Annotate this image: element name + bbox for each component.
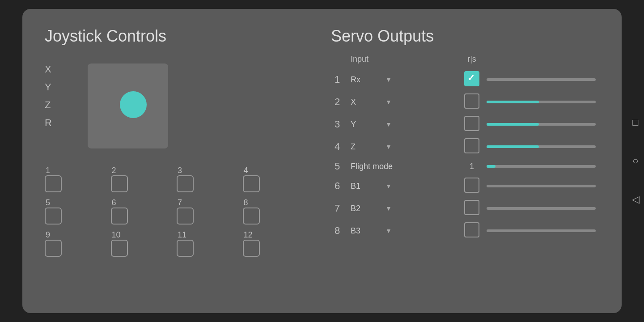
servo-input-cell-7: B2 ▼	[347, 197, 461, 220]
servo-input-cell-5: Flight mode	[347, 158, 461, 175]
button-number-5: 5	[46, 199, 50, 207]
axis-label-x: X	[45, 64, 57, 75]
servo-fill-3	[487, 123, 539, 126]
button-checkbox-9[interactable]	[45, 240, 62, 257]
dropdown-arrow-8: ▼	[386, 227, 392, 234]
servo-checkbox-2[interactable]	[464, 93, 479, 109]
servo-row-2: 2 X ▼	[331, 91, 599, 113]
servo-input-cell-8: B3 ▼	[347, 220, 461, 242]
rls-cell-2	[461, 91, 483, 113]
flight-mode-value-5: 1	[470, 162, 474, 171]
joystick-dot	[120, 91, 147, 118]
button-number-11: 11	[178, 231, 186, 239]
slider-cell-8[interactable]	[483, 220, 599, 242]
servo-fill-2	[487, 101, 539, 103]
joystick-pad[interactable]	[88, 64, 168, 148]
dropdown-arrow-2: ▼	[386, 98, 392, 106]
servo-row-num-3: 3	[331, 113, 347, 136]
axis-row-z: Z	[45, 99, 65, 111]
nav-circle-icon[interactable]: ○	[632, 155, 638, 167]
axis-row-x: X	[45, 64, 65, 75]
rls-cell-3	[461, 113, 483, 136]
servo-row-num-7: 7	[331, 197, 347, 220]
input-label-2: X	[351, 97, 382, 107]
servo-row-num-5: 5	[331, 158, 347, 175]
button-cell-10: 10	[111, 231, 173, 257]
left-panel: Joystick Controls X Y Z R 1	[45, 27, 304, 295]
flight-mode-label: Flight mode	[351, 162, 393, 171]
button-checkbox-6[interactable]	[111, 208, 128, 225]
servo-track-6[interactable]	[487, 185, 596, 187]
servo-row-3: 3 Y ▼	[331, 113, 599, 136]
servo-checkbox-3[interactable]	[464, 116, 479, 131]
servo-checkbox-7[interactable]	[464, 200, 479, 215]
input-dropdown-6[interactable]: B1 ▼	[351, 182, 409, 191]
servo-track-4[interactable]	[487, 145, 596, 148]
button-checkbox-3[interactable]	[177, 175, 194, 192]
button-number-3: 3	[178, 166, 182, 174]
slider-cell-7[interactable]	[483, 197, 599, 220]
servo-track-7[interactable]	[487, 207, 596, 210]
input-label-3: Y	[351, 120, 382, 129]
servo-track-5[interactable]	[487, 165, 596, 168]
input-dropdown-2[interactable]: X ▼	[351, 97, 409, 107]
button-checkbox-11[interactable]	[177, 240, 194, 257]
servo-checkbox-6[interactable]	[464, 178, 479, 193]
right-panel: Servo Outputs Input r|s 1 Rx ▼ 2	[331, 27, 599, 295]
servo-checkbox-8[interactable]	[464, 222, 479, 237]
button-checkbox-8[interactable]	[243, 208, 260, 225]
button-number-1: 1	[46, 166, 50, 174]
servo-checkbox-4[interactable]	[464, 138, 479, 153]
dropdown-arrow-6: ▼	[386, 182, 392, 190]
dropdown-arrow-1: ▼	[386, 76, 392, 83]
button-cell-5: 5	[45, 199, 106, 225]
slider-cell-6[interactable]	[483, 175, 599, 197]
slider-cell-1[interactable]	[483, 68, 599, 91]
servo-track-1[interactable]	[487, 78, 596, 81]
rls-cell-7	[461, 197, 483, 220]
input-dropdown-4[interactable]: Z ▼	[351, 142, 409, 152]
dropdown-arrow-7: ▼	[386, 205, 392, 212]
button-number-10: 10	[112, 231, 121, 239]
servo-input-cell-6: B1 ▼	[347, 175, 461, 197]
slider-cell-3[interactable]	[483, 113, 599, 136]
button-checkbox-7[interactable]	[177, 208, 194, 225]
joystick-title: Joystick Controls	[45, 27, 304, 46]
button-checkbox-12[interactable]	[243, 240, 260, 257]
input-dropdown-3[interactable]: Y ▼	[351, 120, 409, 129]
screen-wrapper: Joystick Controls X Y Z R 1	[0, 0, 644, 322]
servo-input-cell-3: Y ▼	[347, 113, 461, 136]
slider-cell-2[interactable]	[483, 91, 599, 113]
servo-track-2[interactable]	[487, 101, 596, 103]
rls-cell-8	[461, 220, 483, 242]
servo-track-3[interactable]	[487, 123, 596, 126]
axis-row-y: Y	[45, 81, 65, 93]
servo-checkbox-1[interactable]	[464, 71, 479, 86]
button-checkbox-1[interactable]	[45, 175, 62, 192]
button-checkbox-10[interactable]	[111, 240, 128, 257]
servo-track-8[interactable]	[487, 229, 596, 232]
servo-row-5: 5Flight mode1	[331, 158, 599, 175]
servo-input-cell-1: Rx ▼	[347, 68, 461, 91]
servo-row-num-6: 6	[331, 175, 347, 197]
nav-back-icon[interactable]: ◁	[632, 194, 640, 205]
input-label-8: B3	[351, 226, 382, 236]
servo-input-cell-2: X ▼	[347, 91, 461, 113]
servo-row-num-8: 8	[331, 220, 347, 242]
button-checkbox-5[interactable]	[45, 208, 62, 225]
slider-cell-4[interactable]	[483, 136, 599, 158]
button-number-4: 4	[244, 166, 248, 174]
slider-cell-5[interactable]	[483, 158, 599, 175]
nav-square-icon[interactable]: □	[632, 117, 638, 128]
button-number-6: 6	[112, 199, 116, 207]
button-number-12: 12	[244, 231, 253, 239]
button-checkbox-2[interactable]	[111, 175, 128, 192]
dropdown-arrow-4: ▼	[386, 143, 392, 150]
input-dropdown-8[interactable]: B3 ▼	[351, 226, 409, 236]
input-dropdown-1[interactable]: Rx ▼	[351, 75, 409, 85]
button-cell-8: 8	[243, 199, 305, 225]
input-dropdown-7[interactable]: B2 ▼	[351, 204, 409, 213]
servo-row-num-2: 2	[331, 91, 347, 113]
button-checkbox-4[interactable]	[243, 175, 260, 192]
servo-row-num-1: 1	[331, 68, 347, 91]
